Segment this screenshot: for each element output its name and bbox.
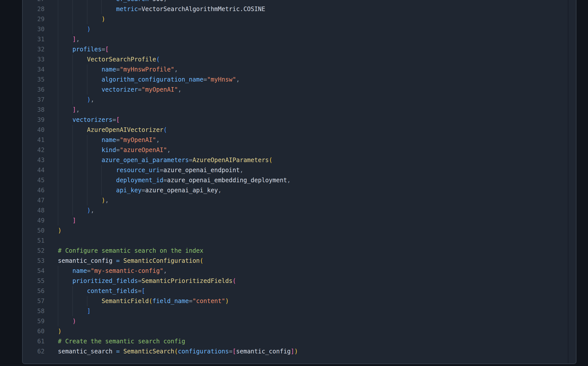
code-line[interactable]: 46 api_key=azure_openai_api_key,: [23, 185, 568, 195]
line-number[interactable]: 39: [23, 115, 51, 125]
code-line[interactable]: 44 resource_uri=azure_openai_endpoint,: [23, 165, 568, 175]
code-line[interactable]: 28 metric=VectorSearchAlgorithmMetric.CO…: [23, 4, 568, 14]
line-number[interactable]: 52: [23, 246, 51, 256]
line-number[interactable]: 30: [23, 24, 51, 34]
code-line[interactable]: 62semantic_search = SemanticSearch(confi…: [23, 346, 568, 356]
token-cls: VectorSearchProfile: [87, 56, 156, 63]
line-number[interactable]: 42: [23, 145, 51, 155]
code-line[interactable]: 55 prioritized_fields=SemanticPrioritize…: [23, 276, 568, 286]
code-line[interactable]: 39 vectorizers=[: [23, 115, 568, 125]
line-number[interactable]: 62: [23, 346, 51, 356]
line-number[interactable]: 57: [23, 296, 51, 306]
token-op: =: [189, 298, 192, 305]
line-number[interactable]: 37: [23, 95, 51, 105]
line-number[interactable]: 34: [23, 64, 51, 75]
line-number[interactable]: 59: [23, 316, 51, 326]
line-number[interactable]: 40: [23, 125, 51, 135]
indent-guide: [58, 286, 58, 296]
code-line[interactable]: 58 ]: [23, 306, 568, 316]
line-number[interactable]: 54: [23, 266, 51, 276]
code-line[interactable]: 57 SemanticField(field_name="content"): [23, 296, 568, 306]
line-number[interactable]: 27: [23, 0, 51, 4]
code-line[interactable]: 42 kind="azureOpenAI",: [23, 145, 568, 155]
code-line[interactable]: 27 ef_search=500,: [23, 0, 568, 4]
line-number[interactable]: 41: [23, 135, 51, 145]
code-line[interactable]: 50): [23, 226, 568, 236]
token-b2: [: [105, 46, 109, 53]
line-number[interactable]: 60: [23, 326, 51, 336]
code-line[interactable]: 49 ]: [23, 215, 568, 226]
indent-guide: [72, 145, 73, 155]
code-line[interactable]: 30 ): [23, 24, 568, 34]
code-line[interactable]: 34 name="myHnswProfile",: [23, 64, 568, 75]
code-line[interactable]: 37 ),: [23, 95, 568, 105]
token-b2: ]: [72, 36, 76, 43]
indent-guide: [72, 195, 73, 205]
line-number[interactable]: 50: [23, 226, 51, 236]
line-number[interactable]: 28: [23, 4, 51, 14]
line-number[interactable]: 36: [23, 85, 51, 95]
code-line[interactable]: 43 azure_open_ai_parameters=AzureOpenAIP…: [23, 155, 568, 165]
code-line[interactable]: 56 content_fields=[: [23, 286, 568, 296]
line-number[interactable]: 45: [23, 175, 51, 185]
indent-guide: [72, 155, 73, 165]
token-def: semantic_config: [236, 348, 291, 355]
code-line[interactable]: 31 ],: [23, 34, 568, 44]
token-b3: ]: [87, 308, 91, 315]
code-line[interactable]: 35 algorithm_configuration_name="myHnsw"…: [23, 75, 568, 85]
code-line[interactable]: 51: [23, 236, 568, 246]
line-number[interactable]: 48: [23, 205, 51, 215]
token-prop: name: [101, 136, 116, 143]
token-op: =: [116, 66, 120, 73]
code-line[interactable]: 53semantic_config = SemanticConfiguratio…: [23, 256, 568, 266]
line-number[interactable]: 49: [23, 215, 51, 226]
code-line[interactable]: 41 name="myOpenAI",: [23, 135, 568, 145]
code-line[interactable]: 61# Create the semantic search config: [23, 336, 568, 346]
indent-guide: [58, 135, 58, 145]
line-number[interactable]: 43: [23, 155, 51, 165]
token-str: "myOpenAI": [120, 136, 156, 143]
line-number[interactable]: 51: [23, 236, 51, 246]
code-line[interactable]: 47 ),: [23, 195, 568, 205]
code-line[interactable]: 59 ): [23, 316, 568, 326]
line-number[interactable]: 53: [23, 256, 51, 266]
line-number[interactable]: 56: [23, 286, 51, 296]
indent-guide: [87, 165, 87, 175]
line-number[interactable]: 31: [23, 34, 51, 44]
code-line[interactable]: 32 profiles=[: [23, 44, 568, 54]
line-number[interactable]: 46: [23, 185, 51, 195]
code-line[interactable]: 45 deployment_id=azure_openai_embedding_…: [23, 175, 568, 185]
line-number[interactable]: 33: [23, 54, 51, 64]
code-line-text: name="my-semantic-config",: [51, 266, 568, 276]
code-line-text: name="myHnswProfile",: [51, 64, 568, 75]
scrollbar-track[interactable]: [568, 0, 576, 363]
line-number[interactable]: 44: [23, 165, 51, 175]
code-line[interactable]: 48 ),: [23, 205, 568, 215]
line-number[interactable]: 47: [23, 195, 51, 205]
line-number[interactable]: 61: [23, 336, 51, 346]
code-line[interactable]: 38 ],: [23, 105, 568, 115]
token-def: semantic_search: [58, 348, 113, 355]
code-line[interactable]: 36 vectorizer="myOpenAI",: [23, 85, 568, 95]
indent-guide: [58, 4, 58, 14]
token-b1: ): [101, 197, 105, 204]
line-number[interactable]: 55: [23, 276, 51, 286]
line-number[interactable]: 32: [23, 44, 51, 54]
indent-guide: [58, 64, 58, 75]
line-number[interactable]: 58: [23, 306, 51, 316]
line-number[interactable]: 38: [23, 105, 51, 115]
line-number[interactable]: 35: [23, 75, 51, 85]
line-number[interactable]: 29: [23, 14, 51, 24]
indent-guide: [72, 75, 73, 85]
token-op: =: [101, 46, 105, 53]
indent-guide: [87, 0, 87, 4]
token-b3: [: [141, 287, 145, 295]
code-line[interactable]: 60): [23, 326, 568, 336]
code-line[interactable]: 40 AzureOpenAIVectorizer(: [23, 125, 568, 135]
indent-guide: [101, 185, 102, 195]
code-line[interactable]: 52# Configure semantic search on the ind…: [23, 246, 568, 256]
code-line[interactable]: 29 ): [23, 14, 568, 24]
code-line[interactable]: 33 VectorSearchProfile(: [23, 54, 568, 64]
code-line[interactable]: 54 name="my-semantic-config",: [23, 266, 568, 276]
token-op: =: [163, 177, 167, 184]
